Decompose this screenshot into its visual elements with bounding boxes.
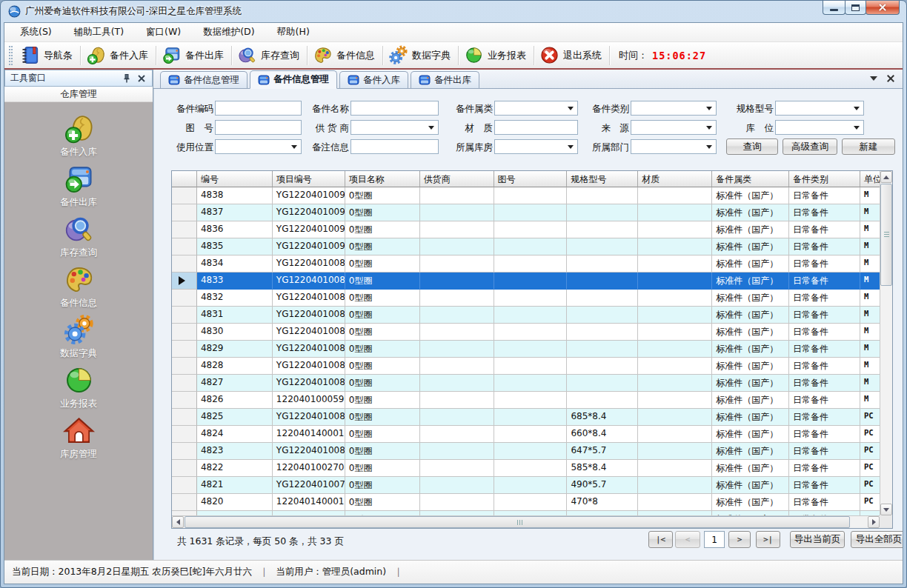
row-selector-cell[interactable] bbox=[172, 375, 197, 392]
page-number-input[interactable] bbox=[704, 531, 725, 548]
grid-header-6[interactable]: 材质 bbox=[638, 171, 712, 187]
sidebar-item-warehouse[interactable]: 库房管理 bbox=[34, 415, 123, 461]
panel-close-icon[interactable] bbox=[136, 73, 147, 84]
sidebar-item-data-dict[interactable]: 数据字典 bbox=[34, 314, 123, 360]
table-row[interactable]: 482012204014000130型圈470*8标准件（国产）日常备件PC bbox=[172, 494, 880, 511]
grid-header-1[interactable]: 项目编号 bbox=[273, 171, 345, 187]
usage-position-select[interactable] bbox=[215, 139, 302, 154]
tab-part-out[interactable]: 备件出库 bbox=[411, 71, 479, 88]
menu-item-2[interactable]: 窗口(W) bbox=[138, 23, 189, 41]
table-row[interactable]: 4823YG122040100800型圈647*5.7标准件（国产）日常备件PC bbox=[172, 443, 880, 460]
horizontal-scrollbar[interactable] bbox=[172, 515, 880, 528]
part-type-select[interactable] bbox=[631, 101, 717, 116]
toolbar-part-in-button[interactable]: 备件入库 bbox=[82, 44, 154, 67]
row-selector-cell[interactable] bbox=[172, 409, 197, 426]
menu-item-4[interactable]: 帮助(H) bbox=[269, 23, 318, 41]
scroll-up-button[interactable] bbox=[880, 171, 892, 183]
grid-header-4[interactable]: 图号 bbox=[494, 171, 568, 187]
new-button[interactable]: 新建 bbox=[842, 138, 895, 155]
sidebar-item-part-info[interactable]: 备件信息 bbox=[34, 264, 123, 310]
table-row[interactable]: 482612204010005990型圈标准件（国产）日常备件M bbox=[172, 392, 880, 409]
row-selector-cell[interactable] bbox=[172, 290, 197, 307]
export-all-pages-button[interactable]: 导出全部页 bbox=[851, 531, 903, 548]
location-select[interactable] bbox=[775, 120, 864, 135]
first-page-button[interactable]: |< bbox=[648, 531, 673, 548]
grid-header-0[interactable]: 编号 bbox=[197, 171, 273, 187]
toolbar-part-info-button[interactable]: 备件信息 bbox=[309, 44, 381, 67]
row-selector-cell[interactable] bbox=[172, 443, 197, 460]
grid-header-7[interactable]: 备件属类 bbox=[712, 171, 789, 187]
close-button[interactable] bbox=[866, 1, 900, 15]
table-row[interactable]: 4830YG122040100850型圈标准件（国产）日常备件M bbox=[172, 324, 880, 341]
row-selector-cell[interactable] bbox=[172, 204, 197, 221]
prev-page-button[interactable]: < bbox=[675, 531, 700, 548]
maximize-button[interactable] bbox=[845, 1, 866, 15]
table-row[interactable]: 4831YG122040100860型圈标准件（国产）日常备件M bbox=[172, 307, 880, 324]
row-selector-cell[interactable] bbox=[172, 341, 197, 358]
grid-header-8[interactable]: 备件类别 bbox=[789, 171, 860, 187]
pin-icon[interactable] bbox=[122, 73, 132, 84]
sidebar-item-stock-query[interactable]: 库存查询 bbox=[34, 213, 123, 259]
menu-item-3[interactable]: 数据维护(D) bbox=[195, 23, 262, 41]
warehouse-select[interactable] bbox=[494, 139, 578, 154]
row-selector-cell[interactable] bbox=[172, 221, 197, 238]
toolbar-grip[interactable] bbox=[9, 46, 13, 65]
menu-item-0[interactable]: 系统(S) bbox=[12, 23, 60, 41]
grid-header-2[interactable]: 项目名称 bbox=[345, 171, 420, 187]
row-selector-cell[interactable] bbox=[172, 460, 197, 477]
toolbar-navbar-button[interactable]: 导航条 bbox=[16, 44, 79, 67]
scroll-down-button[interactable] bbox=[880, 504, 892, 515]
scroll-left-button[interactable] bbox=[172, 516, 184, 528]
vertical-scrollbar[interactable] bbox=[880, 171, 892, 515]
sidebar-item-part-in[interactable]: 备件入库 bbox=[34, 113, 123, 158]
toolbar-biz-report-button[interactable]: 业务报表 bbox=[460, 44, 532, 67]
row-selector-cell[interactable] bbox=[172, 426, 197, 443]
part-name-input[interactable] bbox=[350, 101, 439, 116]
table-row[interactable]: 4837YG122040100920型圈标准件（国产）日常备件M bbox=[172, 204, 880, 221]
advanced-query-button[interactable]: 高级查询 bbox=[783, 138, 837, 155]
part-category-select[interactable] bbox=[494, 101, 578, 116]
sidebar-item-biz-report[interactable]: 业务报表 bbox=[34, 364, 123, 410]
toolbar-stock-query-button[interactable]: 库存查询 bbox=[233, 44, 305, 67]
drawing-no-input[interactable] bbox=[215, 120, 302, 135]
export-current-page-button[interactable]: 导出当前页 bbox=[790, 531, 845, 548]
table-row[interactable]: 4829YG122040100840型圈标准件（国产）日常备件M bbox=[172, 341, 880, 358]
toolbar-part-out-button[interactable]: 备件出库 bbox=[158, 44, 230, 67]
last-page-button[interactable]: >| bbox=[756, 531, 780, 548]
menu-item-1[interactable]: 辅助工具(T) bbox=[66, 23, 132, 41]
vertical-scroll-thumb[interactable] bbox=[880, 184, 892, 286]
grid-header-5[interactable]: 规格型号 bbox=[567, 171, 638, 187]
tab-part-info-mgmt-1[interactable]: 备件信息管理 bbox=[160, 71, 247, 88]
material-input[interactable] bbox=[494, 120, 578, 135]
table-row[interactable]: 4833YG122040100880型圈标准件（国产）日常备件M bbox=[172, 273, 880, 290]
table-row[interactable]: 4827YG122040100820型圈标准件（国产）日常备件M bbox=[172, 375, 880, 392]
table-row[interactable]: 4825YG122040100810型圈685*8.4标准件（国产）日常备件PC bbox=[172, 409, 880, 426]
remark-input[interactable] bbox=[350, 139, 439, 154]
table-row[interactable]: 4836YG122040100910型圈标准件（国产）日常备件M bbox=[172, 221, 880, 238]
grid-header-3[interactable]: 供货商 bbox=[420, 171, 494, 187]
toolbar-exit-button[interactable]: 退出系统 bbox=[536, 44, 608, 67]
toolbar-data-dict-button[interactable]: 数据字典 bbox=[385, 44, 456, 67]
row-selector-cell[interactable] bbox=[172, 273, 197, 290]
table-row[interactable]: 4835YG122040100900型圈标准件（国产）日常备件M bbox=[172, 238, 880, 255]
table-row[interactable]: 482212204010027000型圈585*8.4标准件（国产）日常备件PC bbox=[172, 460, 880, 477]
part-code-input[interactable] bbox=[215, 101, 302, 116]
table-row[interactable]: 4828YG122040100830型圈标准件（国产）日常备件M bbox=[172, 358, 880, 375]
horizontal-scroll-thumb[interactable] bbox=[185, 516, 850, 528]
row-selector-cell[interactable] bbox=[172, 324, 197, 341]
title-bar[interactable]: 广州爱奇迪软件科技有限公司-深田之星仓库管理系统 bbox=[1, 1, 906, 22]
sidebar-item-part-out[interactable]: 备件出库 bbox=[34, 163, 123, 209]
tab-part-in[interactable]: 备件入库 bbox=[339, 71, 408, 88]
table-row[interactable]: 4832YG122040100870型圈标准件（国产）日常备件M bbox=[172, 290, 880, 307]
tab-list-dropdown-icon[interactable] bbox=[870, 76, 877, 81]
minimize-button[interactable] bbox=[823, 1, 845, 15]
tab-part-info-mgmt-2[interactable]: 备件信息管理 bbox=[250, 70, 337, 89]
query-button[interactable]: 查询 bbox=[726, 138, 778, 155]
supplier-select[interactable] bbox=[350, 120, 439, 135]
grid-header-9[interactable]: 单位 bbox=[860, 171, 880, 187]
department-select[interactable] bbox=[631, 139, 717, 154]
next-page-button[interactable]: > bbox=[728, 531, 751, 548]
tab-close-icon[interactable] bbox=[886, 74, 895, 83]
row-selector-cell[interactable] bbox=[172, 187, 197, 204]
table-row[interactable]: 4834YG122040100890型圈标准件（国产）日常备件M bbox=[172, 255, 880, 273]
